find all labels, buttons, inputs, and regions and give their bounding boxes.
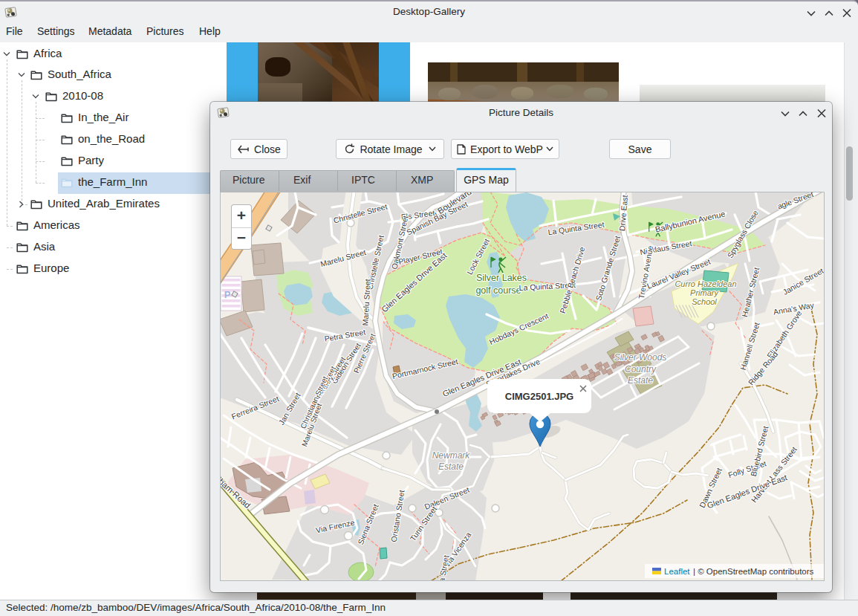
svg-text:Newmark: Newmark [432, 450, 471, 461]
svg-text:Country: Country [625, 364, 657, 375]
svg-text:Primary: Primary [690, 288, 719, 297]
svg-text:CIMG2501.JPG: CIMG2501.JPG [505, 391, 574, 402]
svg-text:| © OpenStreetMap contributors: | © OpenStreetMap contributors [693, 567, 814, 576]
svg-text:Silver Woods: Silver Woods [614, 352, 667, 363]
svg-text:golf course: golf course [475, 285, 521, 296]
svg-text:Estate: Estate [628, 375, 653, 386]
svg-text:Estate: Estate [438, 461, 464, 472]
svg-text:P: P [224, 289, 231, 300]
svg-text:Leaflet: Leaflet [664, 567, 690, 576]
svg-text:School: School [692, 297, 717, 306]
svg-text:Curro Hazeldean: Curro Hazeldean [675, 279, 736, 288]
svg-text:Silver Lakes: Silver Lakes [476, 273, 527, 283]
